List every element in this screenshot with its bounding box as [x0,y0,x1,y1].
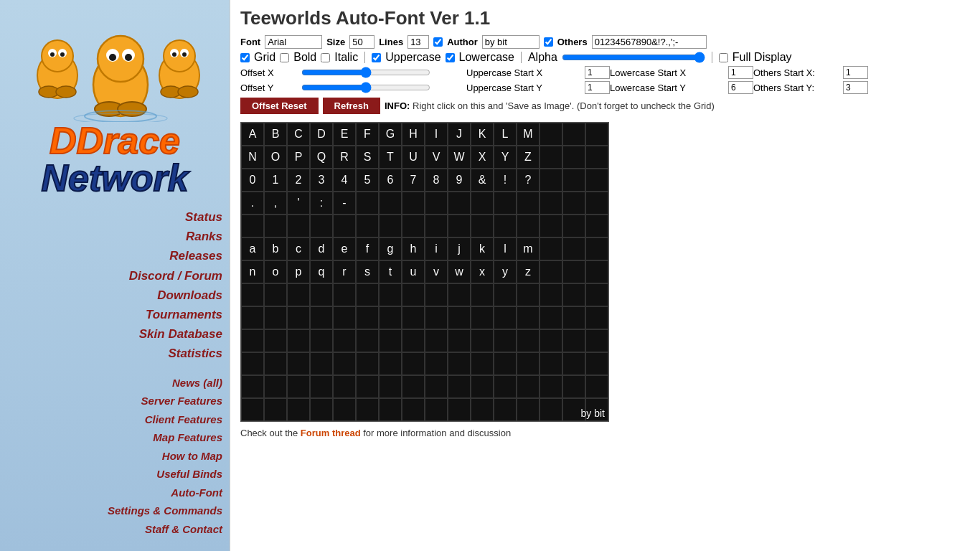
lowercase-start-y-input[interactable] [728,81,753,94]
font-cell: K [471,123,494,146]
nav-link-downloads[interactable]: Downloads [157,286,222,305]
font-cell: x [471,260,494,283]
font-cell [264,398,287,421]
font-cell: g [379,237,402,260]
font-cell [517,375,540,398]
font-cell: r [333,260,356,283]
font-canvas[interactable]: ABCDEFGHIJKLMNOPQRSTUVWXYZ0123456789&!?.… [240,122,609,422]
alpha-slider[interactable] [562,52,705,62]
nav-link-useful-binds[interactable]: Useful Binds [156,465,222,484]
full-display-label: Full Display [732,51,792,64]
bold-checkbox[interactable] [280,53,289,62]
font-cell [356,329,379,352]
font-cell: q [310,260,333,283]
font-cell [333,283,356,306]
font-cell [356,306,379,329]
font-cell: ' [287,192,310,215]
nav-link-tournaments[interactable]: Tournaments [146,305,222,324]
font-cell [241,375,264,398]
font-cell [517,215,540,237]
uppercase-checkbox[interactable] [372,53,381,62]
grid-checkbox[interactable] [240,53,250,62]
font-cell: j [448,237,471,260]
font-cell [310,329,333,352]
font-cell [379,215,402,237]
font-cell: N [241,146,264,169]
font-cell [287,215,310,237]
offset-x-slider[interactable] [301,67,430,77]
nav-link-ranks[interactable]: Ranks [186,227,222,246]
offset-y-slider[interactable] [301,83,430,93]
font-canvas-wrapper: ABCDEFGHIJKLMNOPQRSTUVWXYZ0123456789&!?.… [240,118,609,422]
italic-checkbox[interactable] [321,53,330,62]
font-cell: ! [494,169,517,192]
author-label: Author [447,37,478,47]
nav-link-client-features[interactable]: Client Features [145,410,222,429]
size-input[interactable] [349,35,374,49]
author-input[interactable] [482,35,540,49]
font-cell [562,169,585,192]
font-cell: d [310,237,333,260]
font-cell [333,375,356,398]
nav-link-auto-font[interactable]: Auto-Font [171,484,222,502]
font-cell: z [517,260,540,283]
nav-link-how-to-map[interactable]: How to Map [162,447,222,466]
nav-link-settings-commands[interactable]: Settings & Commands [108,501,222,520]
nav-link-server-features[interactable]: Server Features [141,392,222,410]
others-start-x-input[interactable] [843,66,868,79]
author-checkbox[interactable] [433,37,443,47]
nav-link-skin-database[interactable]: Skin Database [139,324,222,344]
svg-point-23 [178,86,198,98]
font-cell [425,398,448,421]
font-cell [241,329,264,352]
others-input[interactable] [592,35,707,49]
font-cell: u [402,260,425,283]
uppercase-start-y-input[interactable] [585,81,610,94]
controls-row1: Font Size Lines Author Others [240,35,970,49]
font-cell: ? [517,169,540,192]
font-cell [540,123,562,146]
font-cell: - [333,192,356,215]
lines-input[interactable] [407,35,429,49]
font-cell [448,375,471,398]
uppercase-label: Uppercase [385,51,440,64]
font-cell [585,192,608,215]
font-cell: H [402,123,425,146]
font-cell: Z [517,146,540,169]
lowercase-checkbox[interactable] [446,53,455,62]
font-cell: 1 [264,169,287,192]
lowercase-start-x-input[interactable] [728,66,753,79]
font-cell [264,283,287,306]
font-cell [585,237,608,260]
info-detail: Right click on this and 'Save as Image'.… [413,100,715,111]
font-cell: F [356,123,379,146]
action-row: Offset Reset Refresh INFO: Right click o… [240,98,970,114]
nav-link-map-features[interactable]: Map Features [153,428,222,447]
font-cell [517,306,540,329]
font-cell [379,375,402,398]
nav-link-statistics[interactable]: Statistics [168,344,222,363]
others-checkbox[interactable] [544,37,553,47]
font-cell [448,352,471,375]
font-input[interactable] [265,35,322,49]
forum-thread-link[interactable]: Forum thread [301,428,361,438]
others-start-y-input[interactable] [843,81,868,94]
nav-link-status[interactable]: Status [185,207,222,227]
nav-link-staff-contact[interactable]: Staff & Contact [145,520,222,539]
font-cell [402,329,425,352]
uppercase-start-x-input[interactable] [585,66,610,79]
offset-reset-button[interactable]: Offset Reset [240,98,319,114]
font-cell: s [356,260,379,283]
font-cell: & [471,169,494,192]
font-cell: n [241,260,264,283]
refresh-button[interactable]: Refresh [323,98,380,114]
full-display-checkbox[interactable] [719,53,728,62]
nav-link-news-all[interactable]: News (all) [172,374,222,392]
nav-link-releases[interactable]: Releases [169,246,222,265]
font-cell [540,192,562,215]
font-cell [585,352,608,375]
font-cell [379,352,402,375]
nav-link-discord-forum[interactable]: Discord / Forum [129,266,222,286]
font-cell [540,375,562,398]
font-cell [402,375,425,398]
